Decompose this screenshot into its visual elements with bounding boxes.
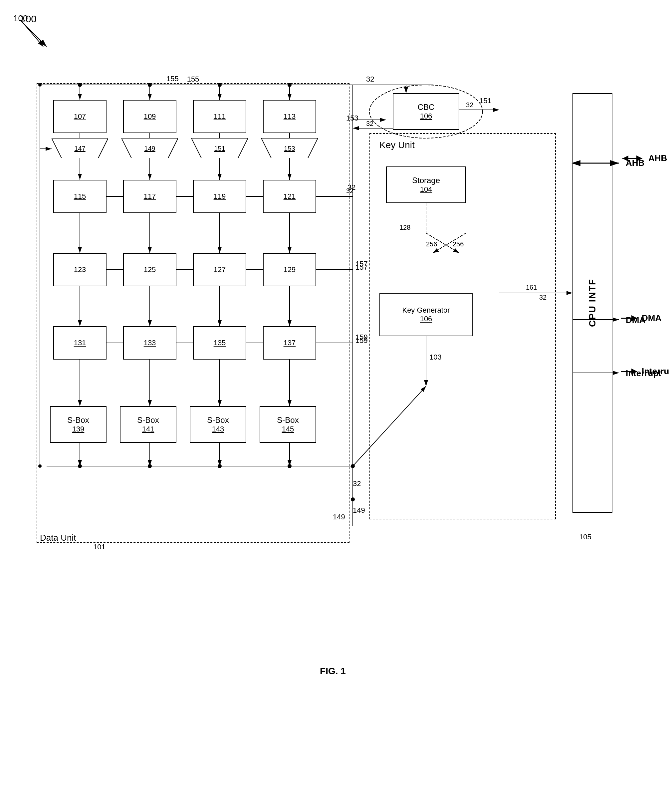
box-135: 135 [193, 326, 246, 359]
svg-point-103 [351, 497, 355, 502]
sbox-141: S-Box 141 [120, 406, 176, 443]
box-125: 125 [123, 253, 176, 286]
svg-text:149: 149 [144, 145, 155, 152]
box-121: 121 [263, 180, 316, 213]
svg-text:157: 157 [355, 263, 368, 271]
box-109: 109 [123, 100, 176, 133]
box-131: 131 [53, 326, 107, 359]
box-111: 111 [193, 100, 246, 133]
svg-text:151: 151 [214, 145, 225, 152]
dma-label: DMA [619, 313, 662, 323]
svg-text:32: 32 [366, 120, 374, 127]
svg-text:147: 147 [74, 145, 85, 152]
svg-text:32: 32 [353, 480, 361, 488]
svg-text:151: 151 [479, 97, 492, 105]
data-unit-ref: 101 [93, 542, 105, 551]
sbox-143: S-Box 143 [190, 406, 246, 443]
sbox-145: S-Box 145 [260, 406, 316, 443]
ref-100-arrow [17, 17, 57, 57]
diagram: 100 Data Unit 101 Key Unit 107 109 111 1… [33, 66, 633, 699]
svg-line-115 [20, 20, 47, 47]
box-117: 117 [123, 180, 176, 213]
ahb-label: AHB [619, 153, 667, 163]
mux-147: 147 [52, 138, 108, 158]
svg-text:32: 32 [466, 101, 473, 108]
svg-text:159: 159 [355, 333, 368, 341]
svg-text:149: 149 [353, 506, 365, 514]
box-107: 107 [53, 100, 107, 133]
svg-text:155: 155 [166, 75, 179, 83]
box-113: 113 [263, 100, 316, 133]
svg-text:105: 105 [579, 533, 591, 541]
key-gen-box: Key Generator 106 [379, 293, 473, 336]
cbc-box: CBC 106 [393, 93, 459, 130]
box-127: 127 [193, 253, 246, 286]
box-133: 133 [123, 326, 176, 359]
svg-point-97 [351, 464, 355, 468]
svg-text:155: 155 [187, 75, 200, 83]
fig-label: FIG. 1 [320, 666, 346, 676]
sbox-139: S-Box 139 [50, 406, 107, 443]
interrupt-arrow [619, 366, 639, 376]
mux-149: 149 [122, 138, 178, 158]
box-123: 123 [53, 253, 107, 286]
svg-text:153: 153 [284, 145, 295, 152]
box-115: 115 [53, 180, 107, 213]
ahb-arrow [619, 153, 646, 163]
dma-arrow [619, 313, 639, 323]
mux-151: 151 [191, 138, 248, 158]
cpu-intf-box: CPU INTF [572, 93, 612, 513]
svg-text:157: 157 [355, 260, 368, 268]
mux-153: 153 [261, 138, 318, 158]
storage-box: Storage 104 [386, 166, 466, 203]
svg-text:32: 32 [366, 75, 374, 83]
interrupt-label: Interrupt [619, 366, 670, 376]
key-unit-label: Key Unit [379, 140, 415, 151]
box-137: 137 [263, 326, 316, 359]
data-unit-label: Data Unit [40, 533, 76, 543]
box-119: 119 [193, 180, 246, 213]
box-129: 129 [263, 253, 316, 286]
svg-text:159: 159 [355, 336, 368, 344]
